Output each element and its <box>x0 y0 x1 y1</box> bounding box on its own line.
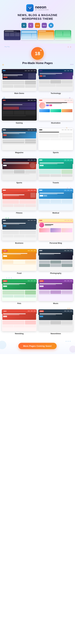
screen-maindemo <box>2 69 37 91</box>
demo-label-magazine: Magazine <box>2 152 37 154</box>
screen-magazine <box>2 128 37 150</box>
demo-item-music: NEW <box>38 279 73 304</box>
demo-thumb-sports[interactable] <box>2 158 37 180</box>
cta-button[interactable]: More Pages Coming Soon! <box>18 343 57 349</box>
deco-dot-1: ●●● <box>70 63 74 66</box>
demo-item-medical: Medical <box>38 188 73 214</box>
hero-preview-2 <box>21 30 37 40</box>
plugin-woo[interactable]: WOO <box>42 23 47 28</box>
demo-item-food: NEW <box>2 249 37 274</box>
demo-row-3: Magazine <box>2 128 73 154</box>
demo-thumb-tech[interactable] <box>38 69 73 91</box>
logo-icon <box>26 4 34 12</box>
demo-thumb-main[interactable] <box>2 69 37 91</box>
demo-row-8: NEW <box>2 279 73 304</box>
demo-item-fitness: Fitness <box>2 188 37 214</box>
svg-text:OCN: OCN <box>36 25 39 26</box>
deco-row-1 <box>2 97 73 98</box>
hero-preview-3 <box>38 30 54 40</box>
svg-rect-0 <box>28 6 32 10</box>
screen-pets <box>2 279 37 301</box>
demo-label-newspaper: Sports <box>38 152 73 154</box>
svg-text:E: E <box>30 24 31 26</box>
demo-row-1: Main Demo <box>2 69 73 94</box>
demo-item-gaming: Gaming <box>2 98 37 124</box>
deco-row-7: ✦ ✦ ✦ <box>2 277 73 278</box>
demo-row-2: Gaming <box>2 98 73 124</box>
screen-gaming <box>2 99 37 120</box>
deco-row-2: ◆ <box>2 126 73 128</box>
new-badge-food: NEW <box>3 250 7 252</box>
demo-item-main: Main Demo <box>2 69 37 94</box>
demo-thumb-travels[interactable] <box>38 158 73 180</box>
demo-label-food: Food <box>2 272 37 274</box>
hero-preview-4 <box>54 30 71 40</box>
new-badge-newsblog: NEW <box>3 310 7 312</box>
deco-row-4: ✦ ✦ <box>2 186 73 188</box>
screen-newsblog <box>2 310 37 331</box>
demo-label-gaming: Gaming <box>2 122 37 124</box>
deco-row-5: ◆ ◆ <box>2 216 73 218</box>
demo-thumb-fitness[interactable] <box>2 188 37 211</box>
logo-area: neeon WP NEWSPAPER <box>3 4 72 12</box>
badge-number: 18 <box>35 51 40 56</box>
new-badge-music: NEW <box>39 280 44 282</box>
demo-label-illustration: Illustration <box>38 122 73 124</box>
demo-thumb-music[interactable]: NEW <box>38 279 73 301</box>
screen-sports <box>2 158 37 180</box>
demo-thumb-neeontimes[interactable]: NEW <box>38 309 73 332</box>
demo-thumb-food[interactable]: NEW <box>2 249 37 271</box>
brand-tagline: WP NEWSPAPER <box>35 9 49 10</box>
plugin-ocean[interactable]: OCN <box>35 23 40 28</box>
plugin-icons: W E OCN WOO <box>3 23 72 28</box>
deco-row-3: 〜〜〜 <box>2 156 73 158</box>
new-badge-pets: NEW <box>3 280 7 282</box>
svg-marker-10 <box>50 24 52 26</box>
demo-label-travels: Travels <box>38 182 73 184</box>
demo-thumb-medical[interactable] <box>38 188 73 211</box>
demo-thumb-magazine[interactable] <box>2 128 37 150</box>
demo-label-music: Music <box>38 302 73 304</box>
demo-thumb-personal[interactable] <box>38 219 73 241</box>
demo-thumb-newspaper[interactable] <box>38 128 73 150</box>
deco-triangle-1: ◆ <box>2 63 4 66</box>
plugin-elementor[interactable]: E <box>28 23 33 28</box>
demo-thumb-illustration[interactable] <box>38 98 73 121</box>
demo-label-neeontimes: Neeontimes <box>38 332 73 334</box>
demo-item-magazine: Magazine <box>2 128 37 154</box>
demo-row-4: Sports <box>2 158 73 184</box>
demo-item-business: Business <box>2 219 37 244</box>
demo-thumb-business[interactable] <box>2 219 37 241</box>
demo-label-business: Business <box>2 242 37 244</box>
deco-row-8: ◆◆ <box>2 307 73 309</box>
plugin-wp[interactable]: W <box>22 23 26 28</box>
demo-thumb-photography[interactable] <box>38 249 73 271</box>
screen-fitness <box>2 189 37 210</box>
demo-thumb-gaming[interactable] <box>2 98 37 121</box>
demo-thumb-newsblog[interactable]: NEW <box>2 309 37 332</box>
demo-row-9: NEW <box>2 309 73 334</box>
demo-item-illustration: Illustration <box>38 98 73 124</box>
deco-cta-1 <box>0 341 6 349</box>
demos-grid: Main Demo <box>0 67 75 339</box>
demo-thumb-pets[interactable]: NEW <box>2 279 37 301</box>
screen-neeontimes <box>38 310 73 331</box>
demo-label-pets: Pets <box>2 302 37 304</box>
logo-text-area: neeon WP NEWSPAPER <box>35 5 49 10</box>
plugin-next[interactable] <box>48 23 54 28</box>
screen-food <box>2 249 37 271</box>
deco-squiggle-1: 〜〜 <box>4 45 10 49</box>
demo-item-personal: Personal Blog <box>38 219 73 244</box>
deco-squiggle-2: ✦ ✦ <box>67 46 72 48</box>
demo-label-sports: Sports <box>2 182 37 184</box>
screen-personal <box>38 219 73 241</box>
screen-music <box>38 279 73 301</box>
svg-text:W: W <box>23 24 25 26</box>
deco-row-6: 〜〜 <box>2 247 73 248</box>
hero-preview-1 <box>4 30 20 40</box>
svg-text:WOO: WOO <box>43 25 46 26</box>
deco-cta-2 <box>69 346 75 353</box>
demo-label-photography: Photography <box>38 272 73 274</box>
deco-cta-dots: ● ● ● <box>66 340 71 342</box>
screen-tech <box>38 69 73 91</box>
